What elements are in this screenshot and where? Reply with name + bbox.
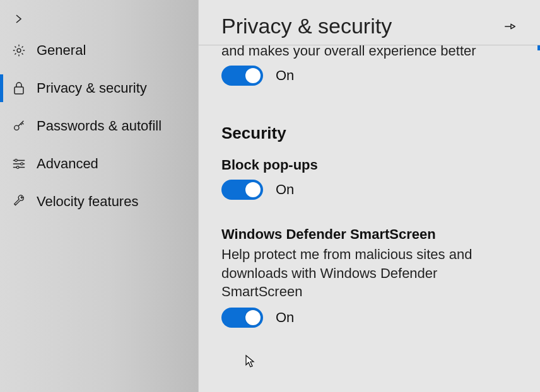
svg-point-5 <box>16 166 19 169</box>
section-heading-security: Security <box>221 124 517 143</box>
toggle-state-label: On <box>276 182 294 198</box>
toggle-block-popups[interactable] <box>221 180 263 200</box>
sidebar-item-velocity-features[interactable]: Velocity features <box>0 183 198 221</box>
sidebar-item-label: Velocity features <box>37 193 198 210</box>
sidebar-item-general[interactable]: General <box>0 32 198 69</box>
key-icon <box>11 119 26 133</box>
sidebar-item-label: General <box>37 42 198 59</box>
svg-point-0 <box>17 49 21 52</box>
svg-rect-1 <box>15 87 23 94</box>
toggle-state-label: On <box>276 309 294 326</box>
toggle-knob <box>245 68 261 83</box>
toggle-state-label: On <box>276 67 294 84</box>
setting-title-block-popups: Block pop-ups <box>221 157 517 173</box>
sliders-icon <box>11 158 26 170</box>
partial-setting-desc: and makes your overall experience better <box>221 45 517 59</box>
svg-point-2 <box>15 125 19 130</box>
sidebar-item-privacy-security[interactable]: Privacy & security <box>0 69 198 107</box>
setting-desc-smartscreen: Help protect me from malicious sites and… <box>221 245 486 301</box>
sidebar-item-label: Passwords & autofill <box>37 118 198 134</box>
svg-point-4 <box>21 163 23 165</box>
sidebar-expand-row[interactable] <box>0 6 198 32</box>
sidebar-item-advanced[interactable]: Advanced <box>0 145 198 183</box>
settings-main: Privacy & security and makes your overal… <box>198 0 540 392</box>
gear-icon <box>11 43 26 57</box>
pin-icon[interactable] <box>503 20 517 33</box>
sidebar-item-label: Advanced <box>37 156 198 172</box>
settings-sidebar: General Privacy & security Passwords & a… <box>0 0 198 392</box>
chevron-right-icon <box>14 14 24 24</box>
sidebar-item-passwords-autofill[interactable]: Passwords & autofill <box>0 107 198 145</box>
lock-icon <box>11 81 26 95</box>
page-title: Privacy & security <box>221 14 392 38</box>
wrench-icon <box>11 195 26 209</box>
svg-point-3 <box>15 159 18 162</box>
toggle-smartscreen[interactable] <box>221 308 263 328</box>
page-header: Privacy & security <box>199 0 540 45</box>
setting-title-smartscreen: Windows Defender SmartScreen <box>221 226 517 243</box>
toggle-knob <box>245 310 261 325</box>
settings-content: and makes your overall experience better… <box>199 45 540 387</box>
toggle-knob <box>245 182 261 197</box>
toggle-partial-setting[interactable] <box>221 66 263 86</box>
sidebar-item-label: Privacy & security <box>37 80 198 96</box>
